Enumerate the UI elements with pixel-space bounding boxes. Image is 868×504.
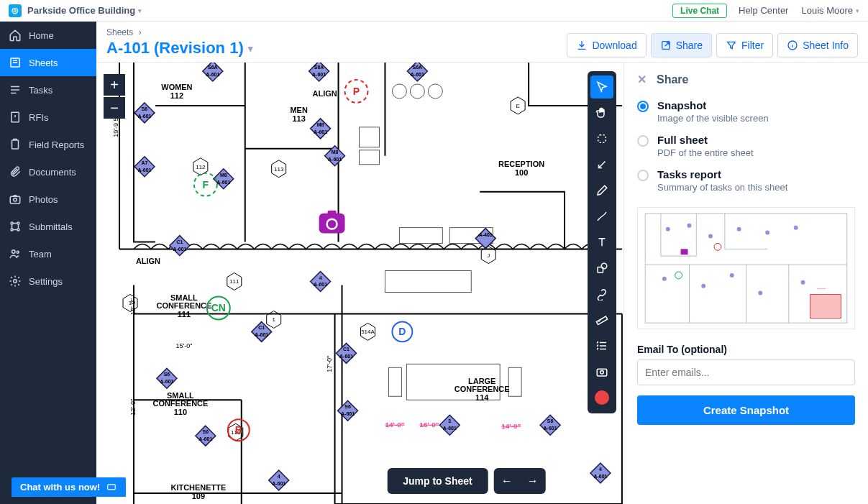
sidebar-item-rfis[interactable]: RFIs	[0, 104, 96, 131]
svg-text:A-601: A-601	[341, 411, 355, 416]
svg-text:113: 113	[274, 166, 284, 173]
svg-text:S6: S6	[203, 429, 209, 434]
sidebar-item-label: Photos	[29, 194, 58, 205]
svg-rect-119	[596, 316, 607, 324]
app-logo-icon[interactable]: ◎	[9, 4, 22, 17]
svg-point-130	[701, 284, 705, 288]
sidebar-item-tasks[interactable]: Tasks	[0, 76, 96, 104]
svg-text:A-601: A-601	[411, 72, 424, 77]
svg-text:A-601: A-601	[255, 332, 268, 337]
share-option-fullsheet[interactable]: Full sheetPDF of the entire sheet	[637, 134, 855, 158]
sidebar-item-label: Documents	[29, 167, 76, 178]
sidebar-item-label: Field Reports	[29, 139, 84, 150]
tasks-icon	[9, 83, 22, 96]
svg-point-17	[392, 84, 406, 98]
project-selector[interactable]: Parkside Office Building ▾	[27, 5, 142, 16]
camera-tool[interactable]	[590, 360, 613, 383]
user-menu[interactable]: Louis Moore ▾	[801, 5, 859, 16]
link-tool[interactable]	[590, 283, 613, 306]
sidebar-item-label: Team	[29, 249, 52, 260]
sidebar-item-field-reports[interactable]: Field Reports	[0, 131, 96, 158]
help-center-link[interactable]: Help Center	[739, 5, 788, 16]
chat-widget-button[interactable]: Chat with us now!	[12, 477, 126, 497]
svg-text:111: 111	[178, 310, 191, 319]
sidebar-item-sheets[interactable]: Sheets	[0, 49, 96, 76]
shape-tool[interactable]	[590, 257, 613, 280]
text-tool[interactable]	[590, 231, 613, 254]
chevron-down-icon: ▾	[248, 43, 253, 54]
submittals-icon	[9, 220, 22, 233]
sidebar-item-settings[interactable]: Settings	[0, 267, 96, 295]
sidebar-item-photos[interactable]: Photos	[0, 185, 96, 213]
svg-rect-3	[10, 196, 20, 203]
highlighter-tool[interactable]	[590, 205, 613, 228]
sidebar-item-documents[interactable]: Documents	[0, 158, 96, 185]
close-icon[interactable]: ✕	[637, 73, 647, 86]
svg-text:A-601: A-601	[312, 72, 326, 77]
sidebar-item-team[interactable]: Team	[0, 240, 96, 267]
sidebar-item-label: RFIs	[29, 112, 48, 123]
camera-icon	[9, 193, 22, 206]
pan-tool[interactable]	[590, 101, 613, 124]
record-tool[interactable]	[595, 390, 609, 405]
share-panel-title: Share	[657, 73, 688, 86]
filter-button[interactable]: Filter	[716, 33, 773, 58]
jump-to-sheet-button[interactable]: Jump to Sheet	[387, 468, 488, 494]
rfi-icon	[9, 111, 22, 124]
sheet-info-button[interactable]: Sheet Info	[777, 33, 858, 58]
svg-text:1: 1	[272, 316, 275, 323]
email-input[interactable]	[637, 359, 855, 385]
svg-text:15'-0": 15'-0"	[175, 342, 192, 349]
svg-text:M8: M8	[332, 150, 339, 155]
create-snapshot-button[interactable]: Create Snapshot	[637, 395, 855, 425]
download-button[interactable]: Download	[567, 33, 646, 58]
ruler-tool[interactable]	[590, 308, 613, 331]
zoom-out-button[interactable]: −	[104, 97, 125, 119]
download-icon	[576, 40, 588, 51]
next-sheet-button[interactable]: →	[527, 475, 539, 487]
pen-tool[interactable]	[590, 179, 613, 202]
sheet-header: Sheets › A-101 (Revision 1) ▾ Download S…	[96, 22, 868, 63]
lasso-tool[interactable]	[590, 127, 613, 150]
svg-text:CN: CN	[211, 302, 226, 313]
share-button[interactable]: Share	[651, 33, 712, 58]
svg-text:C1: C1	[176, 239, 183, 244]
share-type-radio-group: SnapshotImage of the visible screen Full…	[637, 99, 855, 193]
svg-text:M8: M8	[317, 122, 324, 127]
sheet-title[interactable]: A-101 (Revision 1) ▾	[106, 39, 253, 58]
svg-point-133	[801, 280, 805, 285]
live-chat-button[interactable]: Live Chat	[672, 4, 727, 18]
prev-sheet-button[interactable]: ←	[501, 475, 513, 487]
svg-text:12'-0": 12'-0"	[129, 399, 137, 416]
svg-rect-113	[319, 214, 345, 234]
sheet-canvas[interactable]: + −	[96, 63, 868, 504]
svg-text:112: 112	[196, 164, 206, 170]
svg-text:S6A: S6A	[208, 65, 218, 70]
svg-text:112: 112	[170, 91, 183, 100]
svg-rect-15	[360, 127, 380, 147]
svg-text:100: 100	[515, 168, 528, 177]
svg-point-132	[758, 291, 762, 295]
select-tool[interactable]	[590, 75, 613, 98]
clipboard-icon	[9, 138, 22, 151]
sidebar-item-home[interactable]: Home	[0, 22, 96, 49]
blueprint-viewport[interactable]: S6A-601 A7A-601 S6AA-601 S6AA-601 M8A-60…	[96, 63, 623, 504]
svg-point-118	[601, 263, 607, 269]
arrow-tool[interactable]	[590, 153, 613, 176]
breadcrumb[interactable]: Sheets ›	[106, 27, 253, 37]
checklist-tool[interactable]	[590, 334, 613, 357]
svg-text:113: 113	[292, 114, 305, 123]
zoom-in-button[interactable]: +	[104, 74, 125, 96]
sidebar-item-submittals[interactable]: Submittals	[0, 213, 96, 240]
svg-point-7	[11, 229, 13, 231]
paperclip-icon	[9, 165, 22, 178]
svg-rect-24	[508, 367, 521, 396]
share-option-tasks[interactable]: Tasks reportSummary of tasks on this she…	[637, 168, 855, 193]
svg-point-128	[794, 226, 798, 230]
svg-text:A-601: A-601	[544, 426, 557, 431]
svg-point-131	[730, 273, 734, 278]
share-option-snapshot[interactable]: SnapshotImage of the visible screen	[637, 99, 855, 124]
svg-text:A-401: A-401	[479, 232, 493, 237]
chevron-down-icon: ▾	[138, 7, 142, 14]
svg-point-9	[12, 250, 16, 254]
